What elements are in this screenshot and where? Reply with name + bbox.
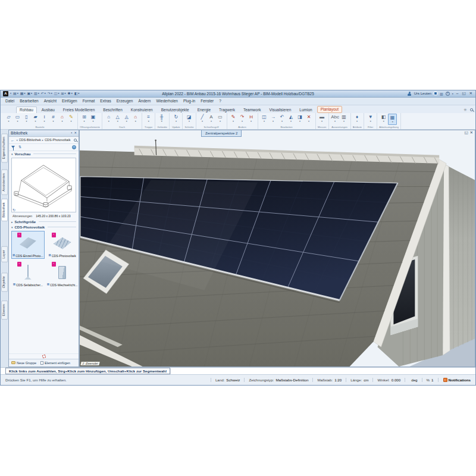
railing-icon[interactable]: ╫ ▾ bbox=[157, 114, 166, 124]
ribbon-tab-visualisieren[interactable]: Visualisieren bbox=[266, 107, 295, 113]
restore-icon[interactable]: ◱ bbox=[464, 131, 468, 135]
menu-item[interactable]: Plug-in bbox=[183, 99, 195, 103]
shop-icon[interactable]: ▥ bbox=[440, 92, 443, 96]
chevron-down-icon[interactable]: ▾ bbox=[10, 92, 11, 95]
menu-item[interactable]: Ansicht bbox=[44, 99, 57, 103]
ribbon-tab-rohbau[interactable]: Rohbau bbox=[16, 107, 37, 113]
sidebar-tab-bibliothek[interactable]: Bibliothek bbox=[1, 199, 8, 221]
copy-icon[interactable]: ◫ ▾ bbox=[260, 114, 269, 124]
chevron-down-icon[interactable]: ▾ bbox=[126, 120, 127, 123]
3d-scene[interactable] bbox=[80, 130, 475, 367]
menu-item[interactable]: Erzeugen bbox=[117, 99, 133, 103]
ribbon-tab-lumion[interactable]: Lumion bbox=[296, 107, 315, 113]
allplan-logo-icon[interactable]: A bbox=[3, 91, 8, 96]
status-massstab[interactable]: Maßstab:1:20 bbox=[312, 378, 346, 382]
chevron-down-icon[interactable]: ▾ bbox=[250, 120, 252, 123]
wall-icon[interactable]: ▱ ▾ bbox=[4, 114, 13, 124]
menu-item[interactable]: Datei bbox=[5, 99, 14, 103]
chevron-down-icon[interactable]: ▾ bbox=[8, 120, 9, 123]
window-layout-icon[interactable]: ⊞▾ bbox=[61, 92, 66, 95]
window-icon[interactable]: ⊞ ▾ bbox=[80, 114, 89, 124]
pin-icon[interactable]: ▪ bbox=[71, 131, 72, 135]
open-project-icon[interactable]: ▤▾ bbox=[13, 92, 18, 95]
chevron-down-icon[interactable]: ▾ bbox=[242, 120, 243, 123]
line-icon[interactable]: ╱ ▾ bbox=[198, 114, 207, 124]
text-abc-icon[interactable]: Abc ▾ bbox=[331, 114, 340, 124]
mesh-icon[interactable]: # ▾ bbox=[49, 114, 58, 124]
section-header-cds-photovoltaik[interactable]: ▾ CDS-Photovoltaik bbox=[9, 224, 79, 230]
sort-icon[interactable]: ⇅ bbox=[18, 145, 21, 149]
close-icon[interactable]: ✕ bbox=[74, 131, 77, 135]
connect-globe-icon[interactable] bbox=[72, 145, 76, 149]
status-laenge[interactable]: Länge:cm bbox=[346, 378, 372, 382]
chevron-down-icon[interactable]: ▾ bbox=[17, 120, 18, 123]
chevron-down-icon[interactable]: ▾ bbox=[290, 120, 292, 123]
section-header-vorschau[interactable]: ▾ Vorschau bbox=[9, 151, 79, 156]
plugins-icon[interactable]: ◧▾ bbox=[74, 92, 80, 95]
mirror-icon[interactable]: ◭ ▾ bbox=[287, 114, 296, 124]
chevron-down-icon[interactable]: ▾ bbox=[117, 120, 118, 123]
close-icon[interactable]: ✕ bbox=[470, 131, 473, 135]
chevron-down-icon[interactable]: ▾ bbox=[299, 120, 300, 123]
edit-icon[interactable]: ✎ ▾ bbox=[229, 114, 238, 124]
user-name[interactable]: Urs Leuten bbox=[414, 92, 431, 95]
ribbon-tab-ausbau[interactable]: Ausbau bbox=[38, 107, 58, 113]
move-icon[interactable]: → ▾ bbox=[269, 114, 278, 124]
ribbon-tab-planlayout[interactable]: Planlayout bbox=[317, 106, 342, 113]
dormer-icon[interactable]: ◬ ▾ bbox=[122, 114, 131, 124]
menu-item[interactable]: Ändern bbox=[138, 99, 151, 103]
chevron-down-icon[interactable]: ▾ bbox=[452, 92, 453, 95]
chevron-down-icon[interactable]: ▾ bbox=[83, 120, 84, 123]
menu-item[interactable]: Einfügen bbox=[62, 99, 77, 103]
door-icon[interactable]: ▣ ▾ bbox=[89, 114, 98, 124]
stairs-icon[interactable]: ≡ ▾ bbox=[144, 114, 153, 124]
minimize-button[interactable]: – bbox=[456, 92, 459, 96]
refresh-icon[interactable]: ↻ bbox=[12, 208, 15, 212]
chevron-down-icon[interactable]: ▾ bbox=[233, 120, 234, 123]
breadcrumb-current[interactable]: CDS-Photovoltaik bbox=[45, 138, 70, 142]
beam-icon[interactable]: I ▾ bbox=[40, 114, 49, 124]
help-icon[interactable]: ? bbox=[446, 92, 450, 96]
smart-wall-icon[interactable]: ⌂ ▾ bbox=[58, 114, 67, 124]
chevron-down-icon[interactable]: ▾ bbox=[321, 120, 322, 123]
chevron-down-icon[interactable]: ▾ bbox=[161, 120, 162, 123]
chevron-down-icon[interactable]: ▾ bbox=[108, 120, 109, 123]
chevron-down-icon[interactable]: ▾ bbox=[148, 120, 149, 123]
height-icon[interactable]: H ▾ bbox=[247, 114, 256, 124]
delete-icon[interactable]: ✕ ▾ bbox=[305, 114, 314, 124]
chevron-down-icon[interactable]: ▾ bbox=[273, 120, 274, 123]
chevron-down-icon[interactable]: ▾ bbox=[35, 120, 36, 123]
chevron-down-icon[interactable]: ▾ bbox=[334, 120, 336, 123]
ribbon-tab-tragwerk[interactable]: Tragwerk bbox=[215, 107, 239, 113]
attributes-icon[interactable]: ♦ ▾ bbox=[353, 114, 362, 124]
close-button[interactable]: ✕ bbox=[469, 92, 473, 96]
selection-icon[interactable]: ▭ ▾ bbox=[216, 114, 225, 124]
menu-item[interactable]: ? bbox=[219, 99, 221, 103]
chevron-down-icon[interactable]: ▾ bbox=[176, 120, 177, 123]
menu-item[interactable]: Bearbeiten bbox=[20, 99, 38, 103]
library-item-cds-photovoltaik[interactable]: ▪ ▦ CDS-Photovoltaik bbox=[46, 231, 79, 259]
rotate-icon[interactable]: ↶ ▾ bbox=[278, 114, 287, 124]
scale-icon[interactable]: ◨ ▾ bbox=[296, 114, 305, 124]
measure-icon[interactable]: ▬ ▾ bbox=[318, 114, 327, 124]
ribbon-tab-benutzerobjekte[interactable]: Benutzerobjekte bbox=[158, 107, 193, 113]
section-header-schriftgroesse[interactable]: ▸ Schriftgröße bbox=[9, 219, 79, 224]
print-icon[interactable]: ▥▾ bbox=[34, 92, 39, 95]
ribbon-tab-freies-modellieren[interactable]: Freies Modellieren bbox=[60, 107, 98, 113]
chevron-down-icon[interactable]: ▾ bbox=[189, 120, 190, 123]
chevron-down-icon[interactable]: ▾ bbox=[220, 120, 221, 123]
settings-icon[interactable]: ✱▾ bbox=[68, 92, 73, 95]
chevron-down-icon[interactable]: ▾ bbox=[356, 120, 358, 123]
status-winkel[interactable]: Winkel:0.000 bbox=[372, 378, 405, 382]
breadcrumb-root[interactable]: CDS-Bibliothek bbox=[19, 138, 41, 142]
gear-icon[interactable]: ✳ bbox=[464, 108, 467, 112]
restore-button[interactable]: ◱ bbox=[461, 92, 466, 96]
menu-item[interactable]: Extras bbox=[100, 99, 111, 103]
notifications-button[interactable]: ! Notifications bbox=[438, 378, 471, 382]
filter-icon[interactable]: ▼ ▾ bbox=[366, 114, 375, 124]
sidebar-tab-eigenschaften[interactable]: Eigenschaften bbox=[1, 133, 8, 162]
chevron-down-icon[interactable]: ▾ bbox=[370, 120, 371, 123]
chevron-down-icon[interactable]: ▾ bbox=[92, 120, 93, 123]
back-arrow-icon[interactable]: ← bbox=[11, 138, 15, 142]
chevron-down-icon[interactable]: ▾ bbox=[308, 120, 309, 123]
